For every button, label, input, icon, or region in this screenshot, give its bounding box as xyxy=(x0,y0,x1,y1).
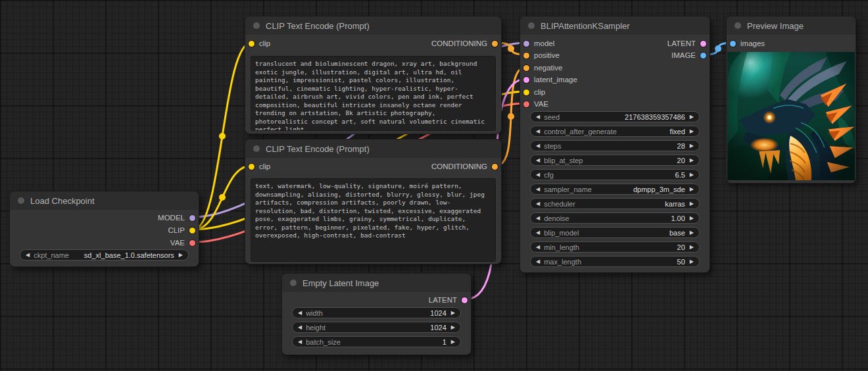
node-blip-attention-ksampler[interactable]: BLIPAttentionKSampler model positive neg… xyxy=(519,16,710,273)
port-dot-icon[interactable] xyxy=(523,41,529,47)
node-clip-text-encode-negative[interactable]: CLIP Text Encode (Prompt) clip CONDITION… xyxy=(245,139,502,264)
decrement-arrow-icon[interactable]: ◀ xyxy=(298,310,302,316)
widget-blip-model[interactable]: ◀ blip_model base ▶ xyxy=(530,227,700,238)
port-dot-icon[interactable] xyxy=(492,164,498,170)
decrement-arrow-icon[interactable]: ◀ xyxy=(298,325,302,330)
widget-denoise[interactable]: ◀ denoise 1.00 ▶ xyxy=(530,212,700,224)
decrement-arrow-icon[interactable]: ◀ xyxy=(536,143,540,149)
input-port-images[interactable]: images xyxy=(730,39,765,48)
decrement-arrow-icon[interactable]: ◀ xyxy=(536,114,540,120)
input-port-positive[interactable]: positive xyxy=(523,51,560,60)
output-port-conditioning[interactable]: CONDITIONING xyxy=(431,39,498,48)
decrement-arrow-icon[interactable]: ◀ xyxy=(26,253,30,258)
decrement-arrow-icon[interactable]: ◀ xyxy=(536,259,540,264)
port-dot-icon[interactable] xyxy=(523,53,529,59)
increment-arrow-icon[interactable]: ▶ xyxy=(690,143,694,149)
increment-arrow-icon[interactable]: ▶ xyxy=(690,259,694,264)
widget-control-after-generate[interactable]: ◀ control_after_generate fixed ▶ xyxy=(530,126,700,137)
increment-arrow-icon[interactable]: ▶ xyxy=(690,201,694,207)
increment-arrow-icon[interactable]: ▶ xyxy=(690,172,694,178)
input-port-clip[interactable]: clip xyxy=(249,162,270,171)
node-preview-image[interactable]: Preview Image images xyxy=(726,16,856,184)
output-port-image[interactable]: IMAGE xyxy=(671,51,706,60)
increment-arrow-icon[interactable]: ▶ xyxy=(690,129,694,134)
port-dot-icon[interactable] xyxy=(249,41,254,47)
increment-arrow-icon[interactable]: ▶ xyxy=(690,158,694,163)
port-dot-icon[interactable] xyxy=(523,101,529,107)
port-dot-icon[interactable] xyxy=(523,89,529,95)
increment-arrow-icon[interactable]: ▶ xyxy=(690,230,694,235)
increment-arrow-icon[interactable]: ▶ xyxy=(451,325,455,330)
node-header[interactable]: CLIP Text Encode (Prompt) xyxy=(245,16,501,35)
port-dot-icon[interactable] xyxy=(189,240,195,246)
increment-arrow-icon[interactable]: ▶ xyxy=(690,114,694,120)
collapse-toggle-icon[interactable] xyxy=(290,280,297,286)
decrement-arrow-icon[interactable]: ◀ xyxy=(536,245,540,250)
node-header[interactable]: CLIP Text Encode (Prompt) xyxy=(245,139,501,158)
output-port-vae[interactable]: VAE xyxy=(170,238,195,247)
decrement-arrow-icon[interactable]: ◀ xyxy=(536,216,540,221)
node-empty-latent-image[interactable]: Empty Latent Image LATENT ◀ width 1024 ▶… xyxy=(281,273,471,355)
widget-steps[interactable]: ◀ steps 28 ▶ xyxy=(530,140,700,151)
decrement-arrow-icon[interactable]: ◀ xyxy=(536,129,540,134)
collapse-toggle-icon[interactable] xyxy=(18,197,24,204)
increment-arrow-icon[interactable]: ▶ xyxy=(451,339,455,345)
input-port-latent-image[interactable]: latent_image xyxy=(523,75,577,84)
decrement-arrow-icon[interactable]: ◀ xyxy=(298,339,302,345)
input-port-vae[interactable]: VAE xyxy=(523,99,548,109)
decrement-arrow-icon[interactable]: ◀ xyxy=(536,158,540,163)
output-port-conditioning[interactable]: CONDITIONING xyxy=(431,162,498,171)
increment-arrow-icon[interactable]: ▶ xyxy=(451,310,455,316)
increment-arrow-icon[interactable]: ▶ xyxy=(690,216,694,221)
port-dot-icon[interactable] xyxy=(523,77,529,83)
node-load-checkpoint[interactable]: Load Checkpoint MODEL CLIP VAE ◀ ckpt_na… xyxy=(9,191,199,267)
increment-arrow-icon[interactable]: ▶ xyxy=(690,187,694,192)
collapse-toggle-icon[interactable] xyxy=(528,22,535,29)
widget-blip-at-step[interactable]: ◀ blip_at_step 20 ▶ xyxy=(530,155,700,166)
node-header[interactable]: Load Checkpoint xyxy=(10,191,199,210)
output-port-model[interactable]: MODEL xyxy=(158,213,195,222)
node-graph-canvas[interactable]: Load Checkpoint MODEL CLIP VAE ◀ ckpt_na… xyxy=(0,0,868,371)
widget-max-length[interactable]: ◀ max_length 50 ▶ xyxy=(530,256,700,267)
widget-scheduler[interactable]: ◀ scheduler karras ▶ xyxy=(530,198,700,209)
input-port-model[interactable]: model xyxy=(523,39,554,48)
port-dot-icon[interactable] xyxy=(249,164,254,170)
widget-width[interactable]: ◀ width 1024 ▶ xyxy=(292,307,461,318)
input-port-clip[interactable]: clip xyxy=(523,87,545,97)
widget-height[interactable]: ◀ height 1024 ▶ xyxy=(292,322,461,333)
port-dot-icon[interactable] xyxy=(189,228,195,234)
input-port-clip[interactable]: clip xyxy=(249,39,270,48)
port-dot-icon[interactable] xyxy=(523,65,529,71)
collapse-toggle-icon[interactable] xyxy=(253,145,260,152)
node-header[interactable]: Empty Latent Image xyxy=(282,274,471,292)
node-header[interactable]: BLIPAttentionKSampler xyxy=(520,16,710,35)
output-port-latent[interactable]: LATENT xyxy=(667,39,706,48)
positive-prompt-textarea[interactable]: translucent and bioluminescent dragon, x… xyxy=(251,56,496,131)
port-dot-icon[interactable] xyxy=(700,53,706,59)
widget-ckpt-name[interactable]: ◀ ckpt_name sd_xl_base_1.0.safetensors ▶ xyxy=(20,249,189,260)
input-port-negative[interactable]: negative xyxy=(523,63,562,72)
output-port-latent[interactable]: LATENT xyxy=(429,295,468,305)
decrement-arrow-icon[interactable]: ◀ xyxy=(536,230,540,235)
collapse-toggle-icon[interactable] xyxy=(253,22,260,29)
increment-arrow-icon[interactable]: ▶ xyxy=(179,253,183,258)
node-clip-text-encode-positive[interactable]: CLIP Text Encode (Prompt) clip CONDITION… xyxy=(245,16,502,134)
port-dot-icon[interactable] xyxy=(730,41,736,47)
collapse-toggle-icon[interactable] xyxy=(735,22,741,29)
widget-min-length[interactable]: ◀ min_length 20 ▶ xyxy=(530,241,700,253)
node-header[interactable]: Preview Image xyxy=(727,16,856,35)
port-dot-icon[interactable] xyxy=(700,41,706,47)
widget-seed[interactable]: ◀ seed 217638359357486 ▶ xyxy=(530,111,700,122)
widget-batch-size[interactable]: ◀ batch_size 1 ▶ xyxy=(292,336,461,347)
decrement-arrow-icon[interactable]: ◀ xyxy=(536,172,540,178)
negative-prompt-textarea[interactable]: text, watermark, low-quality, signature,… xyxy=(251,178,496,262)
port-dot-icon[interactable] xyxy=(462,297,468,303)
widget-sampler-name[interactable]: ◀ sampler_name dpmpp_3m_sde ▶ xyxy=(530,184,700,195)
port-dot-icon[interactable] xyxy=(492,41,498,47)
decrement-arrow-icon[interactable]: ◀ xyxy=(536,201,540,207)
output-port-clip[interactable]: CLIP xyxy=(168,226,195,235)
widget-cfg[interactable]: ◀ cfg 6.5 ▶ xyxy=(530,169,700,180)
increment-arrow-icon[interactable]: ▶ xyxy=(690,245,694,250)
decrement-arrow-icon[interactable]: ◀ xyxy=(536,187,540,192)
port-dot-icon[interactable] xyxy=(189,215,195,221)
